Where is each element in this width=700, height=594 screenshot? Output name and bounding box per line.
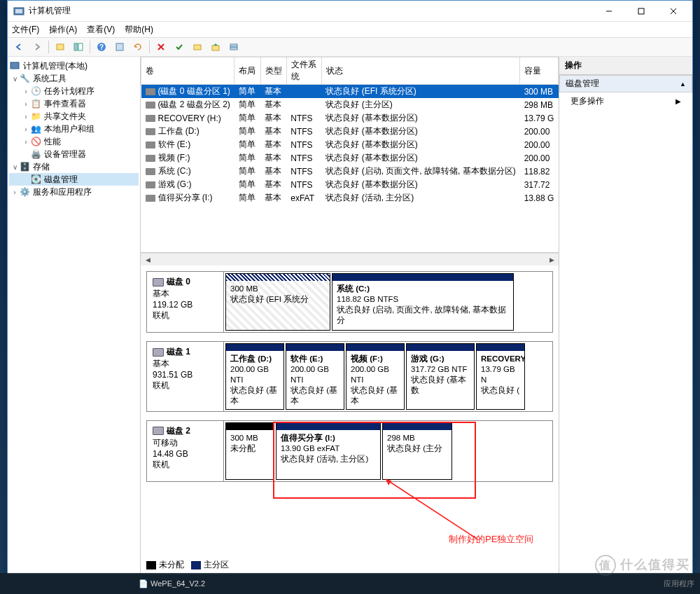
chevron-right-icon: ▶ [676,97,681,105]
check-button[interactable] [171,39,188,55]
col-type[interactable]: 类型 [260,57,286,85]
maximize-button[interactable] [625,1,657,22]
menu-action[interactable]: 操作(A) [49,24,77,36]
minimize-button[interactable] [593,1,625,22]
partition-box[interactable]: 系统 (C:)118.82 GB NTFS状态良好 (启动, 页面文件, 故障转… [332,273,514,331]
volume-row[interactable]: 系统 (C:)简单基本NTFS状态良好 (启动, 页面文件, 故障转储, 基本数… [141,165,559,178]
legend-unalloc: 未分配 [159,560,184,569]
refresh-button[interactable] [130,39,146,55]
scroll-left-icon[interactable]: ◀ [142,255,153,265]
partition-box[interactable]: 软件 (E:)200.00 GB NTI状态良好 (基本 [286,343,344,410]
volume-row[interactable]: 视频 (F:)简单基本NTFS状态良好 (基本数据分区)200.00 [141,151,559,165]
svg-rect-3 [638,8,644,14]
folder-button[interactable] [189,39,206,55]
users-icon: 👥 [30,123,41,134]
event-icon: 📋 [30,98,41,109]
tree-shared-folders[interactable]: 共享文件夹 [44,111,86,123]
tree-toggle-icon[interactable]: › [22,100,30,108]
menu-view[interactable]: 查看(V) [87,24,115,36]
svg-rect-15 [212,46,219,50]
tree-toggle-icon[interactable]: › [22,138,30,146]
computer-management-window: 计算机管理 文件(F) 操作(A) 查看(V) 帮助(H) ? 计算机管 [7,0,693,574]
clock-icon: 🕒 [30,85,41,97]
tree-event-viewer[interactable]: 事件查看器 [44,98,86,110]
up-button[interactable] [52,39,69,55]
actions-panel: 操作 磁盘管理 ▲ 更多操作 ▶ [559,57,692,574]
volume-row[interactable]: 游戏 (G:)简单基本NTFS状态良好 (基本数据分区)317.72 [141,178,559,191]
partition-box[interactable]: RECOVERY13.79 GB N状态良好 ( [476,343,525,410]
volume-row[interactable]: 软件 (E:)简单基本NTFS状态良好 (基本数据分区)200.00 [141,138,559,151]
partition-box[interactable]: 视频 (F:)200.00 GB NTI状态良好 (基本 [346,343,405,410]
tree-local-users[interactable]: 本地用户和组 [44,123,94,135]
partition-box[interactable]: 298 MB状态良好 (主分 [382,422,452,480]
partition-box[interactable]: 游戏 (G:)317.72 GB NTF状态良好 (基本数 [406,343,475,410]
tree-task-scheduler[interactable]: 任务计划程序 [44,85,94,97]
tree-device-manager[interactable]: 设备管理器 [44,148,86,160]
svg-line-20 [386,479,477,539]
navigation-tree[interactable]: 计算机管理(本地) ∨🔧系统工具 ›🕒任务计划程序 ›📋事件查看器 ›📁共享文件… [8,57,141,574]
svg-rect-6 [57,44,64,50]
disk-icon: 💽 [30,174,41,185]
horizontal-scrollbar[interactable]: ◀ ▶ [141,253,559,265]
disk-row: 磁盘 0基本119.12 GB联机300 MB状态良好 (EFI 系统分系统 (… [146,271,553,333]
col-filesystem[interactable]: 文件系统 [286,57,321,85]
taskbar-app[interactable]: 📄 WePE_64_V2.2 [139,579,205,588]
partition-box[interactable]: 工作盘 (D:)200.00 GB NTI状态良好 (基本 [225,343,284,410]
col-status[interactable]: 状态 [321,57,519,85]
scroll-right-icon[interactable]: ▶ [546,255,557,265]
col-layout[interactable]: 布局 [234,57,260,85]
back-button[interactable] [10,39,27,55]
taskbar-right: 应用程序 [664,579,694,589]
tree-system-tools[interactable]: 系统工具 [33,73,66,85]
svg-rect-7 [74,43,78,50]
legend-primary: 主分区 [204,560,229,569]
disk-label[interactable]: 磁盘 1基本931.51 GB联机 [147,342,224,411]
volume-row[interactable]: 工作盘 (D:)简单基本NTFS状态良好 (基本数据分区)200.00 [141,125,559,138]
actions-more[interactable]: 更多操作 ▶ [559,92,692,110]
toolbar: ? [8,37,692,57]
properties-button[interactable] [111,39,128,55]
volume-row[interactable]: (磁盘 0 磁盘分区 1)简单基本状态良好 (EFI 系统分区)300 MB [141,85,559,99]
col-volume[interactable]: 卷 [141,57,234,85]
disk-label[interactable]: 磁盘 0基本119.12 GB联机 [147,272,224,332]
tree-toggle-icon[interactable]: ∨ [10,75,19,83]
performance-icon: 🚫 [30,136,41,147]
computer-icon [9,60,20,71]
folder-up-button[interactable] [207,39,224,55]
tree-performance[interactable]: 性能 [44,136,61,148]
help-button[interactable]: ? [93,39,110,55]
partition-box[interactable]: 值得买分享 (I:)13.90 GB exFAT状态良好 (活动, 主分区) [276,422,381,480]
svg-rect-1 [15,9,22,13]
tree-toggle-icon[interactable]: › [10,188,19,196]
window-title: 计算机管理 [29,5,593,17]
col-capacity[interactable]: 容量 [520,57,559,85]
svg-text:?: ? [99,43,104,51]
volume-row[interactable]: (磁盘 2 磁盘分区 2)简单基本状态良好 (主分区)298 MB [141,98,559,111]
list-button[interactable] [225,39,242,55]
tree-root[interactable]: 计算机管理(本地) [23,60,88,72]
menu-file[interactable]: 文件(F) [12,24,39,36]
volume-row[interactable]: 值得买分享 (I:)简单基本exFAT状态良好 (活动, 主分区)13.88 G [141,191,559,205]
menu-help[interactable]: 帮助(H) [125,24,153,36]
delete-button[interactable] [153,39,169,55]
partition-box[interactable]: 300 MB未分配 [225,422,274,480]
tree-toggle-icon[interactable]: › [22,125,30,133]
volume-row[interactable]: RECOVERY (H:)简单基本NTFS状态良好 (基本数据分区)13.79 … [141,111,559,125]
disk-label[interactable]: 磁盘 2可移动14.48 GB联机 [147,421,224,481]
tree-toggle-icon[interactable]: ∨ [10,163,19,171]
disk-row: 磁盘 2可移动14.48 GB联机300 MB未分配值得买分享 (I:)13.9… [146,420,553,482]
wrench-icon: 🔧 [19,73,30,84]
tree-services-apps[interactable]: 服务和应用程序 [33,186,92,198]
partition-box[interactable]: 300 MB状态良好 (EFI 系统分 [225,273,330,331]
tree-storage[interactable]: 存储 [33,161,50,173]
disk-row: 磁盘 1基本931.51 GB联机工作盘 (D:)200.00 GB NTI状态… [146,341,553,412]
tree-toggle-icon[interactable]: › [22,113,30,120]
tree-toggle-icon[interactable]: › [22,88,30,95]
show-hide-tree-button[interactable] [70,39,87,55]
actions-disk-management[interactable]: 磁盘管理 ▲ [559,75,692,92]
volume-list[interactable]: 卷 布局 类型 文件系统 状态 容量 (磁盘 0 磁盘分区 1)简单基本状态良好… [141,57,559,253]
svg-rect-19 [10,62,19,69]
forward-button[interactable] [29,39,46,55]
tree-disk-management[interactable]: 磁盘管理 [44,174,78,186]
close-button[interactable] [657,1,690,22]
